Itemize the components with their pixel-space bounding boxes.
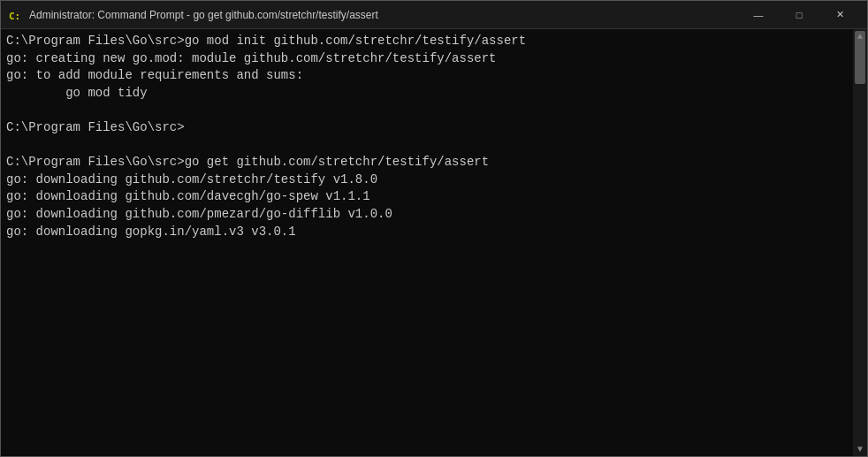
maximize-button[interactable]: □ — [779, 1, 819, 29]
title-bar-left: C: Administrator: Command Prompt - go ge… — [8, 8, 378, 22]
window-title: Administrator: Command Prompt - go get g… — [29, 9, 378, 21]
scrollbar[interactable]: ▲ ▼ — [853, 29, 867, 456]
svg-text:C:: C: — [9, 11, 20, 22]
close-button[interactable]: ✕ — [819, 1, 860, 29]
terminal-body: C:\Program Files\Go\src>go mod init gith… — [1, 29, 867, 456]
title-bar-controls: — □ ✕ — [738, 1, 860, 29]
cmd-icon: C: — [8, 8, 22, 22]
title-bar: C: Administrator: Command Prompt - go ge… — [1, 1, 867, 29]
scrollbar-down-arrow[interactable]: ▼ — [853, 442, 867, 456]
window: C: Administrator: Command Prompt - go ge… — [0, 0, 868, 457]
scrollbar-up-arrow[interactable]: ▲ — [853, 29, 867, 43]
minimize-button[interactable]: — — [738, 1, 779, 29]
terminal-output: C:\Program Files\Go\src>go mod init gith… — [6, 33, 862, 258]
